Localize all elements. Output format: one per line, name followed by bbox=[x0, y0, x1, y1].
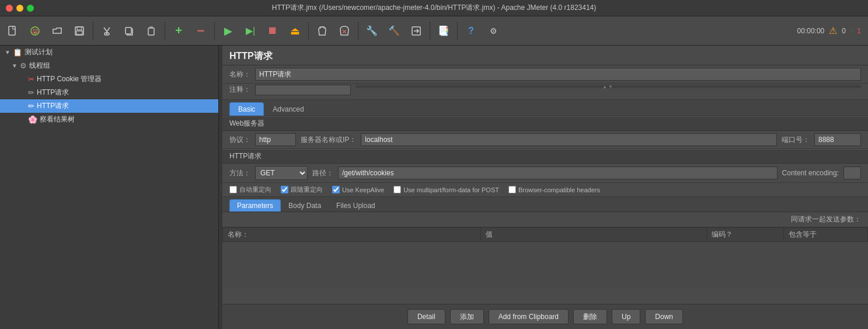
sidebar-item-view-result[interactable]: 🌸 察看结果树 bbox=[0, 113, 218, 126]
method-select[interactable]: GET POST PUT DELETE HEAD OPTIONS PATCH T… bbox=[255, 166, 308, 180]
thread-group-icon: ⚙ bbox=[20, 61, 27, 70]
start-no-pause-button[interactable]: ▶| bbox=[240, 20, 261, 42]
hostname-label: 服务器名称或IP： bbox=[301, 135, 356, 145]
content-panel: HTTP请求 名称： 注释： ▲▼ Basic Advanced Web服务器 … bbox=[222, 46, 868, 329]
follow-redirect-checkbox[interactable] bbox=[281, 186, 288, 193]
close-button[interactable] bbox=[6, 5, 13, 12]
sidebar-item-http-request-1[interactable]: ✏ HTTP请求 bbox=[0, 86, 218, 99]
name-label: 名称： bbox=[229, 70, 250, 79]
sidebar-item-http-request-2[interactable]: ✏ HTTP请求 bbox=[0, 99, 218, 113]
start-button[interactable]: ▶ bbox=[218, 20, 239, 42]
sep4 bbox=[308, 22, 309, 40]
settings-button[interactable]: ⚙ bbox=[483, 20, 504, 42]
toolbar-right: 00:00:00 ⚠ 0 / 1 bbox=[797, 25, 866, 36]
tab-basic[interactable]: Basic bbox=[229, 102, 264, 116]
remote-start-button[interactable]: 🔧 bbox=[361, 20, 382, 42]
empty-row bbox=[223, 242, 868, 289]
up-button[interactable]: Up bbox=[612, 309, 640, 324]
minimize-button[interactable] bbox=[16, 5, 23, 12]
browser-headers-checkbox-item[interactable]: Browser-compatible headers bbox=[508, 186, 600, 193]
stop-button[interactable]: ⏹ bbox=[262, 20, 283, 42]
templates-button[interactable]: 📑 bbox=[433, 20, 454, 42]
auto-redirect-checkbox[interactable] bbox=[229, 186, 237, 193]
down-button[interactable]: Down bbox=[645, 309, 683, 324]
encoding-input[interactable] bbox=[843, 167, 861, 179]
http-request-section-header: HTTP请求 bbox=[222, 149, 868, 164]
paste-button[interactable] bbox=[141, 20, 162, 42]
multipart-checkbox-item[interactable]: Use multipart/form-data for POST bbox=[393, 186, 499, 193]
sub-tab-files-upload[interactable]: Files Upload bbox=[329, 199, 383, 212]
hostname-input[interactable] bbox=[361, 133, 777, 146]
sep7 bbox=[457, 22, 458, 40]
svg-rect-5 bbox=[76, 31, 82, 34]
auto-redirect-checkbox-item[interactable]: 自动重定向 bbox=[229, 185, 271, 194]
warn-count: 0 bbox=[842, 27, 846, 35]
arrow-icon: ▼ bbox=[12, 63, 18, 69]
protocol-input[interactable] bbox=[255, 133, 296, 146]
cut-button[interactable] bbox=[96, 20, 117, 42]
sep1 bbox=[93, 22, 93, 40]
encoding-label: Content encoding: bbox=[782, 169, 839, 177]
sep6 bbox=[430, 22, 430, 40]
multipart-checkbox[interactable] bbox=[393, 186, 401, 193]
sep2 bbox=[165, 22, 165, 40]
open2-button[interactable] bbox=[47, 20, 68, 42]
name-input[interactable] bbox=[255, 68, 861, 81]
add-button[interactable]: + bbox=[168, 20, 189, 42]
detail-button[interactable]: Detail bbox=[407, 309, 445, 324]
delete-button[interactable]: 删除 bbox=[573, 309, 607, 324]
remove-button[interactable]: − bbox=[190, 20, 211, 42]
titlebar: HTTP请求.jmx (/Users/newcomer/apache-jmete… bbox=[0, 0, 868, 16]
path-label: 路径： bbox=[312, 168, 333, 178]
browser-headers-checkbox[interactable] bbox=[508, 186, 516, 193]
comment-input[interactable] bbox=[255, 85, 351, 95]
sidebar-item-label: 察看结果树 bbox=[40, 115, 75, 124]
copy-button[interactable] bbox=[118, 20, 140, 42]
follow-redirect-checkbox-item[interactable]: 跟随重定向 bbox=[281, 185, 323, 194]
shutdown-button[interactable]: ⏏ bbox=[284, 20, 305, 42]
bottom-bar: Detail 添加 Add from Clipboard 删除 Up Down bbox=[222, 304, 868, 329]
panel-title: HTTP请求 bbox=[222, 46, 868, 65]
add-clipboard-button[interactable]: Add from Clipboard bbox=[489, 309, 569, 324]
sub-tab-body-data[interactable]: Body Data bbox=[281, 199, 329, 212]
col-name: 名称： bbox=[223, 228, 481, 242]
add-param-button[interactable]: 添加 bbox=[450, 309, 484, 324]
clear-all-button[interactable] bbox=[334, 20, 355, 42]
clear-button[interactable] bbox=[312, 20, 333, 42]
path-input[interactable] bbox=[338, 167, 778, 179]
sidebar-item-http-cookie[interactable]: ✂ HTTP Cookie 管理器 bbox=[0, 72, 218, 86]
window-controls bbox=[6, 5, 34, 12]
http-req2-icon: ✏ bbox=[28, 102, 34, 110]
multipart-label: Use multipart/form-data for POST bbox=[403, 186, 499, 193]
svg-text:🐻: 🐻 bbox=[32, 28, 39, 35]
arrow-icon: ▼ bbox=[5, 49, 11, 56]
timer-display: 00:00:00 bbox=[797, 27, 825, 35]
save-button[interactable] bbox=[69, 20, 90, 42]
params-together-label: 同请求一起发送参数： bbox=[222, 212, 868, 227]
protocol-label: 协议： bbox=[229, 135, 250, 145]
tab-advanced[interactable]: Advanced bbox=[264, 102, 312, 116]
col-value: 值 bbox=[481, 228, 707, 242]
sub-tab-parameters[interactable]: Parameters bbox=[229, 199, 281, 212]
keepalive-checkbox-item[interactable]: Use KeepAlive bbox=[332, 186, 384, 193]
col-include: 包含等于 bbox=[784, 228, 868, 242]
help-button[interactable]: ? bbox=[461, 20, 482, 42]
sidebar-item-thread-group[interactable]: ▼ ⚙ 线程组 bbox=[0, 59, 218, 72]
params-table-container: 名称： 值 编码？ 包含等于 bbox=[222, 227, 868, 304]
remote-exit-button[interactable] bbox=[406, 20, 427, 42]
sep5 bbox=[358, 22, 358, 40]
webserver-row: 协议： 服务器名称或IP： 端口号： bbox=[222, 131, 868, 149]
resize-handle[interactable]: ▲▼ bbox=[355, 85, 861, 88]
auto-redirect-label: 自动重定向 bbox=[239, 185, 271, 194]
open-button[interactable]: 🐻 bbox=[25, 20, 46, 42]
port-input[interactable] bbox=[814, 133, 861, 146]
port-label: 端口号： bbox=[782, 135, 810, 145]
new-button[interactable] bbox=[2, 20, 23, 42]
sub-tabs: Parameters Body Data Files Upload bbox=[222, 197, 868, 212]
sidebar-item-test-plan[interactable]: ▼ 📋 测试计划 bbox=[0, 46, 218, 59]
keepalive-checkbox[interactable] bbox=[332, 186, 340, 193]
maximize-button[interactable] bbox=[27, 5, 34, 12]
main-tabs: Basic Advanced bbox=[222, 100, 868, 116]
remote-stop-button[interactable]: 🔨 bbox=[384, 20, 405, 42]
keepalive-label: Use KeepAlive bbox=[342, 186, 384, 193]
